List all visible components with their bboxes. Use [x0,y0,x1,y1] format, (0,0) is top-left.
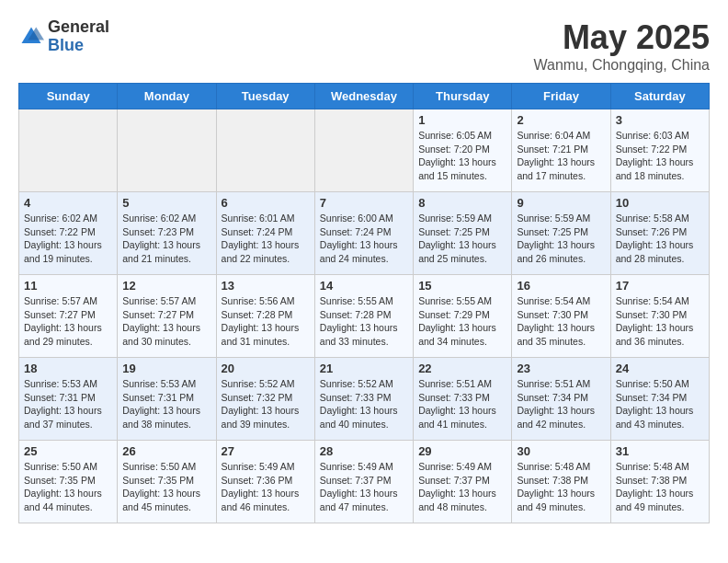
logo-general-text: General [48,18,109,37]
calendar-cell: 4Sunrise: 6:02 AMSunset: 7:22 PMDaylight… [19,192,118,275]
day-info: Sunrise: 5:50 AMSunset: 7:35 PMDaylight:… [24,460,112,514]
calendar-cell: 24Sunrise: 5:50 AMSunset: 7:34 PMDayligh… [610,358,709,441]
day-number: 25 [24,444,112,458]
day-number: 24 [616,362,704,375]
day-info: Sunrise: 5:53 AMSunset: 7:31 PMDaylight:… [24,377,112,431]
weekday-header-tuesday: Tuesday [216,84,314,109]
calendar-cell [118,109,216,192]
day-number: 27 [222,444,310,458]
calendar-header: SundayMondayTuesdayWednesdayThursdayFrid… [19,84,710,109]
day-info: Sunrise: 5:58 AMSunset: 7:26 PMDaylight:… [616,212,704,266]
day-number: 15 [418,279,506,293]
calendar-cell [216,109,314,192]
day-info: Sunrise: 5:59 AMSunset: 7:25 PMDaylight:… [517,212,605,266]
calendar-cell: 25Sunrise: 5:50 AMSunset: 7:35 PMDayligh… [19,441,118,523]
day-info: Sunrise: 5:49 AMSunset: 7:36 PMDaylight:… [222,460,310,514]
calendar-cell [314,109,413,192]
day-number: 1 [418,113,506,127]
day-number: 8 [418,196,506,210]
weekday-row: SundayMondayTuesdayWednesdayThursdayFrid… [19,84,710,109]
weekday-header-sunday: Sunday [19,84,118,109]
calendar-cell: 5Sunrise: 6:02 AMSunset: 7:23 PMDaylight… [118,192,216,275]
calendar-table: SundayMondayTuesdayWednesdayThursdayFrid… [18,83,710,523]
day-number: 29 [418,444,506,458]
calendar-cell: 14Sunrise: 5:55 AMSunset: 7:28 PMDayligh… [314,275,413,358]
weekday-header-monday: Monday [118,84,216,109]
calendar-cell: 11Sunrise: 5:57 AMSunset: 7:27 PMDayligh… [19,275,118,358]
day-info: Sunrise: 5:54 AMSunset: 7:30 PMDaylight:… [517,294,605,349]
day-number: 23 [517,362,605,375]
day-info: Sunrise: 6:04 AMSunset: 7:21 PMDaylight:… [517,129,605,183]
title-area: May 2025 Wanmu, Chongqing, China [533,18,710,74]
day-number: 9 [517,196,605,210]
day-number: 28 [320,444,408,458]
day-info: Sunrise: 5:50 AMSunset: 7:34 PMDaylight:… [616,377,704,431]
day-info: Sunrise: 6:05 AMSunset: 7:20 PMDaylight:… [418,129,506,183]
day-info: Sunrise: 5:57 AMSunset: 7:27 PMDaylight:… [24,294,112,349]
calendar-cell: 9Sunrise: 5:59 AMSunset: 7:25 PMDaylight… [512,192,610,275]
day-info: Sunrise: 5:59 AMSunset: 7:25 PMDaylight:… [418,212,506,266]
day-info: Sunrise: 6:01 AMSunset: 7:24 PMDaylight:… [222,212,310,266]
page-header: General Blue May 2025 Wanmu, Chongqing, … [18,18,710,74]
calendar-cell: 29Sunrise: 5:49 AMSunset: 7:37 PMDayligh… [414,441,512,523]
week-row-2: 4Sunrise: 6:02 AMSunset: 7:22 PMDaylight… [19,192,710,275]
day-number: 14 [320,279,408,293]
calendar-cell: 18Sunrise: 5:53 AMSunset: 7:31 PMDayligh… [19,358,118,441]
day-info: Sunrise: 5:48 AMSunset: 7:38 PMDaylight:… [517,460,605,514]
day-number: 10 [616,196,704,210]
day-number: 6 [222,196,310,210]
day-info: Sunrise: 5:52 AMSunset: 7:32 PMDaylight:… [222,377,310,431]
day-info: Sunrise: 6:02 AMSunset: 7:22 PMDaylight:… [24,212,112,266]
day-info: Sunrise: 5:48 AMSunset: 7:38 PMDaylight:… [616,460,704,514]
weekday-header-thursday: Thursday [414,84,512,109]
calendar-cell [19,109,118,192]
day-info: Sunrise: 5:55 AMSunset: 7:28 PMDaylight:… [320,294,408,349]
calendar-cell: 6Sunrise: 6:01 AMSunset: 7:24 PMDaylight… [216,192,314,275]
day-number: 5 [122,196,210,210]
weekday-header-wednesday: Wednesday [314,84,413,109]
day-info: Sunrise: 6:03 AMSunset: 7:22 PMDaylight:… [616,129,704,183]
day-number: 19 [122,362,210,375]
location-title: Wanmu, Chongqing, China [533,57,710,74]
calendar-cell: 26Sunrise: 5:50 AMSunset: 7:35 PMDayligh… [118,441,216,523]
day-info: Sunrise: 5:52 AMSunset: 7:33 PMDaylight:… [320,377,408,431]
calendar-body: 1Sunrise: 6:05 AMSunset: 7:20 PMDaylight… [19,109,710,523]
day-info: Sunrise: 5:55 AMSunset: 7:29 PMDaylight:… [418,294,506,349]
day-number: 11 [24,279,112,293]
day-info: Sunrise: 6:00 AMSunset: 7:24 PMDaylight:… [320,212,408,266]
calendar-cell: 12Sunrise: 5:57 AMSunset: 7:27 PMDayligh… [118,275,216,358]
day-info: Sunrise: 5:56 AMSunset: 7:28 PMDaylight:… [222,294,310,349]
day-info: Sunrise: 5:57 AMSunset: 7:27 PMDaylight:… [122,294,210,349]
day-info: Sunrise: 5:54 AMSunset: 7:30 PMDaylight:… [616,294,704,349]
calendar-cell: 8Sunrise: 5:59 AMSunset: 7:25 PMDaylight… [414,192,512,275]
calendar-cell: 27Sunrise: 5:49 AMSunset: 7:36 PMDayligh… [216,441,314,523]
calendar-cell: 10Sunrise: 5:58 AMSunset: 7:26 PMDayligh… [610,192,709,275]
day-number: 16 [517,279,605,293]
calendar-cell: 30Sunrise: 5:48 AMSunset: 7:38 PMDayligh… [512,441,610,523]
week-row-4: 18Sunrise: 5:53 AMSunset: 7:31 PMDayligh… [19,358,710,441]
day-number: 21 [320,362,408,375]
month-title: May 2025 [533,18,710,57]
calendar-cell: 7Sunrise: 6:00 AMSunset: 7:24 PMDaylight… [314,192,413,275]
calendar-cell: 22Sunrise: 5:51 AMSunset: 7:33 PMDayligh… [414,358,512,441]
day-info: Sunrise: 5:53 AMSunset: 7:31 PMDaylight:… [122,377,210,431]
day-number: 31 [616,444,704,458]
day-number: 7 [320,196,408,210]
weekday-header-saturday: Saturday [610,84,709,109]
calendar-cell: 21Sunrise: 5:52 AMSunset: 7:33 PMDayligh… [314,358,413,441]
week-row-5: 25Sunrise: 5:50 AMSunset: 7:35 PMDayligh… [19,441,710,523]
weekday-header-friday: Friday [512,84,610,109]
day-number: 4 [24,196,112,210]
day-number: 22 [418,362,506,375]
calendar-cell: 1Sunrise: 6:05 AMSunset: 7:20 PMDaylight… [414,109,512,192]
day-number: 3 [616,113,704,127]
day-info: Sunrise: 5:50 AMSunset: 7:35 PMDaylight:… [122,460,210,514]
day-number: 12 [122,279,210,293]
calendar-cell: 23Sunrise: 5:51 AMSunset: 7:34 PMDayligh… [512,358,610,441]
calendar-cell: 28Sunrise: 5:49 AMSunset: 7:37 PMDayligh… [314,441,413,523]
day-number: 20 [222,362,310,375]
calendar-cell: 17Sunrise: 5:54 AMSunset: 7:30 PMDayligh… [610,275,709,358]
logo-text: General Blue [48,18,109,55]
day-number: 17 [616,279,704,293]
calendar-cell: 31Sunrise: 5:48 AMSunset: 7:38 PMDayligh… [610,441,709,523]
